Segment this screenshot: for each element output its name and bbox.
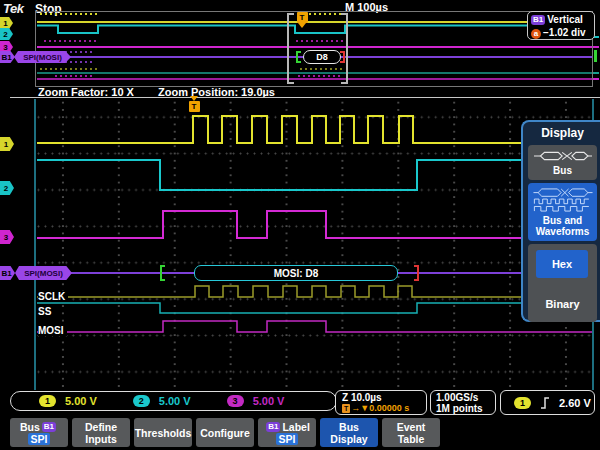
menu-item-bus[interactable]: Bus — [528, 145, 597, 180]
bus-and-waveforms-icon — [533, 188, 593, 212]
edge-marker-3 — [594, 50, 597, 62]
packet-bracket-close — [341, 13, 348, 84]
trigger-t-icon: T — [342, 404, 350, 413]
channel-marker-B1-7: B1 — [0, 266, 15, 280]
trigger-marker-pointer-0 — [298, 23, 306, 28]
channel-1-scale-value: 5.00 V — [65, 395, 97, 407]
acquisition-readout: 1.00GS/s 1M points — [430, 390, 496, 415]
record-length: 1M points — [436, 403, 495, 414]
bus-vertical-badge: B1Vertical a−1.02 div — [527, 11, 595, 40]
bus-decode-box-1: MOSI: D8 — [194, 265, 398, 281]
channel-marker-2-1: 2 — [0, 28, 13, 40]
packet-bracket-close — [414, 265, 419, 281]
menu-button-configure[interactable]: Configure — [196, 418, 254, 447]
trigger-readout: 1 2.60 V — [500, 390, 595, 415]
zoom-separator-line — [10, 97, 600, 98]
menu-button-bus-display[interactable]: Bus Display — [320, 418, 378, 447]
oscilloscope-screen: Tek Stop M 100µs B1Vertical a−1.02 div Z… — [0, 0, 600, 450]
trigger-marker-pointer-1 — [190, 96, 198, 101]
trigger-arrow-icon: →▼ — [351, 403, 369, 413]
edge-marker-4 — [593, 72, 599, 74]
menu-item-bus-and-waveforms[interactable]: Bus and Waveforms — [528, 183, 597, 241]
digital-label-ss: SS — [38, 306, 54, 317]
channel-3-scale-value: 5.00 V — [253, 395, 285, 407]
sample-rate: 1.00GS/s — [436, 392, 495, 403]
digital-label-mosi: MOSI — [38, 325, 67, 336]
packet-bracket-open — [296, 51, 301, 63]
channel-marker-1-4: 1 — [0, 137, 14, 151]
channel-1-badge: 1 — [39, 395, 56, 407]
channel-3-badge: 3 — [227, 395, 244, 407]
channel-2-badge: 2 — [133, 395, 150, 407]
vertical-badge-title: Vertical — [547, 14, 583, 25]
packet-bracket-open — [160, 265, 165, 281]
channel-readout-bar: 15.00 V25.00 V35.00 V — [10, 391, 337, 411]
bus-label-pill-1: SPI(MOSI) — [15, 266, 72, 280]
channel-3-scale-readout: 35.00 V — [227, 395, 285, 407]
bus-icon — [534, 150, 592, 162]
graticule — [35, 99, 594, 390]
channel-2-scale-value: 5.00 V — [159, 395, 191, 407]
packet-bracket-open — [287, 13, 294, 84]
channel-1-scale-readout: 15.00 V — [39, 395, 97, 407]
trigger-marker-1: T — [189, 101, 200, 112]
edge-marker-5 — [593, 78, 599, 80]
trigger-position-value: 0.00000 s — [369, 403, 409, 413]
packet-bracket-close — [340, 51, 345, 63]
channel-marker-2-5: 2 — [0, 181, 14, 195]
display-side-menu: Display Bus Bus and Waveforms Hex — [521, 120, 600, 322]
bottom-soft-menu: BusB1SPIDefineInputsThresholdsConfigureB… — [10, 418, 440, 447]
trigger-marker-0: T — [297, 12, 308, 23]
trigger-source-badge: 1 — [514, 397, 531, 409]
b1-badge: B1 — [42, 422, 56, 432]
acquisition-overview-window — [35, 11, 593, 87]
horizontal-readout: Z 10.0µs T→▼0.00000 s — [335, 390, 427, 415]
bus-label-pill-0: SPI(MOSI) — [14, 51, 71, 63]
menu-button-event-table[interactable]: Event Table — [382, 418, 440, 447]
trigger-level-value: 2.60 V — [559, 397, 591, 409]
menu-item-bus-label: Bus — [553, 165, 572, 176]
bus-decode-box-0: D8 — [303, 50, 341, 64]
display-menu-title: Display — [528, 126, 597, 140]
channel-marker-1-0: 1 — [0, 17, 13, 29]
rising-edge-icon — [540, 397, 550, 409]
menu-button-label[interactable]: B1LabelSPI — [258, 418, 316, 447]
channel-2-scale-readout: 25.00 V — [133, 395, 191, 407]
menu-button-define[interactable]: DefineInputs — [72, 418, 130, 447]
edge-marker-2 — [593, 46, 599, 48]
bus-format-section: Hex Binary — [528, 244, 597, 322]
hex-button[interactable]: Hex — [536, 250, 588, 278]
menu-button-bus[interactable]: BusB1SPI — [10, 418, 68, 447]
zoom-scale-readout: Z 10.0µs — [342, 392, 426, 403]
b1-badge: B1 — [531, 15, 545, 25]
digital-label-sclk: SCLK — [38, 291, 68, 302]
vertical-badge-value: −1.02 div — [543, 27, 586, 38]
multipurpose-knob-a-icon: a — [531, 29, 541, 39]
menu-item-bus-and-waveforms-label: Bus and Waveforms — [530, 215, 595, 237]
b1-badge: B1 — [266, 422, 280, 432]
trigger-position-readout: T→▼0.00000 s — [342, 403, 426, 414]
channel-marker-3-6: 3 — [0, 230, 14, 244]
channel-marker-B1-3: B1 — [0, 51, 15, 63]
tek-logo: Tek — [3, 1, 23, 16]
binary-button[interactable]: Binary — [528, 298, 597, 310]
zoom-window-left-edge — [34, 99, 36, 390]
menu-button-thresholds[interactable]: Thresholds — [134, 418, 192, 447]
